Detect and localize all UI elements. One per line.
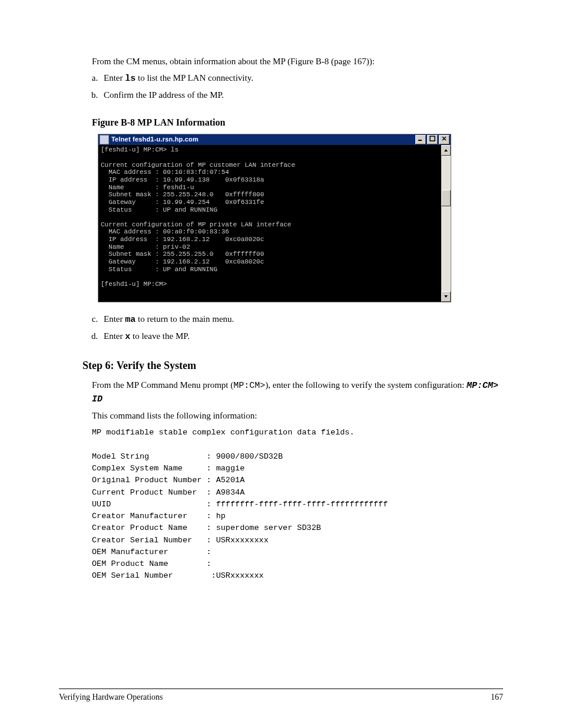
svg-rect-1 (430, 136, 435, 141)
intro-line: From the CM menus, obtain information ab… (92, 55, 503, 68)
minimize-button[interactable] (415, 135, 426, 144)
close-button[interactable] (439, 135, 449, 144)
figure-title: Figure B-8 MP LAN Information (92, 116, 503, 129)
scroll-up-button[interactable] (441, 145, 451, 156)
footer-page-number: 167 (491, 691, 503, 703)
substep-b: Confirm the IP address of the MP. (100, 89, 503, 102)
window-buttons (415, 135, 449, 144)
step6-p1: From the MP Command Menu prompt (MP:CM>)… (92, 379, 503, 406)
maximize-button[interactable] (427, 135, 438, 144)
terminal-wrap: [feshd1-u] MP:CM> ls Current configurati… (98, 145, 451, 302)
substep-list-b: Enter ma to return to the main menu. Ent… (59, 313, 503, 344)
window-title: Telnet feshd1-u.rsn.hp.com (111, 135, 415, 144)
step6-title: Step 6: Verify the System (82, 358, 503, 373)
substep-a: Enter ls to list the MP LAN connectivity… (100, 72, 503, 85)
footer-left: Verifying Hardware Operations (59, 691, 163, 703)
page-footer: Verifying Hardware Operations 167 (59, 689, 503, 703)
substep-d: Enter x to leave the MP. (100, 330, 503, 344)
intro-text: From the CM menus, obtain information ab… (92, 57, 375, 66)
telnet-window: Telnet feshd1-u.rsn.hp.com [feshd1-u] MP… (98, 134, 451, 302)
svg-marker-5 (444, 295, 448, 298)
id-command-output: MP modifiable stable complex configurati… (92, 427, 503, 582)
substep-c: Enter ma to return to the main menu. (100, 313, 503, 327)
substep-list-a: Enter ls to list the MP LAN connectivity… (59, 72, 503, 102)
svg-marker-4 (444, 149, 448, 151)
step6-p2: This command lists the following informa… (92, 410, 503, 423)
scroll-thumb[interactable] (441, 190, 451, 206)
scroll-track[interactable] (441, 156, 451, 291)
window-titlebar: Telnet feshd1-u.rsn.hp.com (98, 134, 451, 145)
cmd-icon (100, 135, 109, 144)
scroll-down-button[interactable] (441, 291, 451, 302)
svg-rect-0 (418, 140, 422, 141)
terminal-output: [feshd1-u] MP:CM> ls Current configurati… (98, 145, 441, 302)
vertical-scrollbar[interactable] (441, 145, 451, 302)
